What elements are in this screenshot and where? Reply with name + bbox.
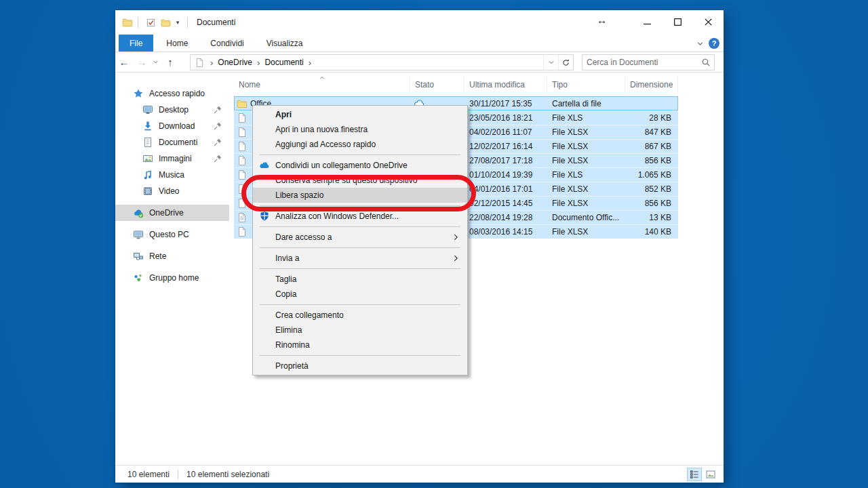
context-menu-item[interactable]: Apri in una nuova finestra [253, 122, 467, 137]
sidebar-item[interactable]: Desktop [115, 102, 229, 118]
maximize-button[interactable] [663, 10, 693, 33]
context-menu-item[interactable]: Conserva sempre su questo dispositivo [253, 173, 467, 188]
menu-separator [260, 355, 460, 356]
sidebar-item[interactable]: Musica [115, 167, 229, 183]
file-modified-date: 08/03/2016 14:15 [465, 225, 547, 239]
sidebar-item-icon [142, 186, 153, 197]
details-view-button[interactable] [687, 468, 702, 481]
chevron-down-icon [152, 58, 159, 66]
column-headers: Nome Stato Ultima modifica Tipo Dimensio… [234, 77, 724, 93]
column-header[interactable]: Ultima modifica [465, 77, 547, 93]
context-menu-item[interactable]: Libera spazio [253, 188, 467, 203]
file-modified-date: 27/08/2017 17:18 [465, 154, 547, 167]
context-menu-item[interactable]: Analizza con Windows Defender... [253, 209, 467, 224]
properties-check-icon [146, 18, 156, 28]
ribbon-tab[interactable]: Home [157, 35, 197, 52]
up-button[interactable]: ↑ [161, 57, 179, 67]
column-header[interactable]: Tipo [547, 77, 625, 93]
sidebar-item-icon [133, 88, 144, 99]
context-menu-item-label: Apri [275, 110, 292, 119]
file-type: File XLS [547, 111, 625, 125]
sidebar-item[interactable]: Download [115, 118, 229, 134]
help-button[interactable]: ? [709, 38, 719, 49]
back-button[interactable]: ← [115, 57, 133, 67]
divider [187, 17, 188, 28]
thumbnails-view-icon [705, 469, 716, 480]
sidebar-item-icon [133, 251, 144, 262]
submenu-arrow-icon [451, 253, 460, 263]
file-type-icon [237, 98, 248, 109]
forward-button[interactable]: → [133, 57, 151, 67]
file-type: Documento Offic... [547, 211, 625, 224]
context-menu-item[interactable]: Aggiungi ad Accesso rapido [253, 137, 467, 152]
navigation-pane: Accesso rapido Desktop Download Document… [115, 73, 229, 465]
sidebar-item[interactable]: OneDrive [115, 205, 229, 221]
file-type: File XLSX [547, 154, 625, 167]
context-menu-item[interactable]: Condividi un collegamento OneDrive [253, 158, 467, 173]
context-menu-item[interactable]: Taglia [253, 272, 467, 287]
menu-separator [260, 226, 460, 227]
context-menu-item-label: Analizza con Windows Defender... [275, 211, 399, 221]
sidebar-item[interactable]: Questo PC [115, 226, 229, 243]
close-icon [705, 18, 712, 26]
file-modified-date: 01/10/2014 19:39 [465, 168, 547, 182]
context-menu: Apri Apri in una nuova finestra Aggiungi… [252, 105, 468, 375]
sidebar-item-label: Rete [149, 251, 166, 261]
context-menu-item[interactable]: Invia a [253, 251, 467, 266]
ribbon-tab-label: Visualizza [267, 39, 303, 48]
qat-properties-button[interactable] [143, 15, 158, 30]
expand-ribbon-icon[interactable] [696, 39, 705, 48]
search-input[interactable] [583, 58, 701, 67]
breadcrumb-chevron: › [255, 58, 262, 68]
ribbon-tab[interactable]: Condividi [201, 35, 253, 52]
sidebar-item[interactable]: Video [115, 183, 229, 199]
context-menu-item[interactable]: Rinomina [253, 338, 467, 352]
sidebar-item[interactable]: Documenti [115, 134, 229, 150]
new-folder-icon [161, 18, 171, 28]
column-header[interactable]: Dimensione [625, 77, 678, 93]
column-header[interactable]: Stato [410, 77, 465, 93]
file-type-icon [237, 155, 248, 166]
sidebar-item[interactable]: Accesso rapido [115, 85, 229, 102]
title-bar[interactable]: ▾ Documenti ↔ [115, 10, 724, 35]
details-view-icon [689, 469, 700, 480]
sidebar-item[interactable]: Rete [115, 248, 229, 264]
context-menu-item[interactable]: Elimina [253, 323, 467, 338]
breadcrumb-documenti[interactable]: Documenti [262, 58, 306, 67]
thumbnails-view-button[interactable] [703, 468, 718, 481]
qat-customize-button[interactable]: ▾ [173, 19, 182, 26]
maximize-icon [674, 18, 682, 26]
context-menu-item[interactable]: Crea collegamento [253, 308, 467, 323]
qat-new-folder-button[interactable] [158, 15, 173, 30]
breadcrumb-onedrive[interactable]: OneDrive [215, 58, 255, 67]
history-dropdown-button[interactable] [151, 58, 160, 66]
status-bar: 10 elementi 10 elementi selezionati [115, 465, 724, 483]
item-count: 10 elementi [127, 470, 170, 479]
file-size: 28 KB [625, 111, 678, 125]
context-menu-item[interactable]: Proprietà [253, 359, 467, 373]
context-menu-item[interactable]: Apri [253, 107, 467, 122]
close-button[interactable] [693, 10, 724, 33]
search-box[interactable] [582, 54, 715, 70]
chevron-down-icon [547, 58, 555, 66]
context-menu-item-label: Aggiungi ad Accesso rapido [275, 140, 376, 149]
ribbon-tab[interactable]: File [119, 35, 153, 52]
divider [138, 17, 138, 28]
address-bar[interactable]: › OneDrive › Documenti › [190, 54, 574, 70]
file-type: File XLSX [547, 140, 625, 153]
context-menu-item[interactable]: Copia [253, 287, 467, 302]
minimize-button[interactable] [632, 10, 663, 33]
refresh-button[interactable] [558, 55, 573, 70]
column-header-label: Dimensione [630, 80, 673, 89]
context-menu-item[interactable]: Dare accesso a [253, 230, 467, 245]
column-header[interactable]: Nome [234, 77, 410, 93]
sidebar-item-label: Desktop [159, 105, 189, 115]
ribbon-tab[interactable]: Visualizza [257, 35, 313, 52]
context-menu-item-label: Condividi un collegamento OneDrive [275, 161, 408, 170]
sidebar-item[interactable]: Immagini [115, 150, 229, 167]
search-icon[interactable] [701, 58, 711, 67]
file-size [625, 96, 678, 110]
address-dropdown-button[interactable] [543, 55, 558, 70]
column-header-label: Ultima modifica [469, 80, 525, 89]
sidebar-item[interactable]: Gruppo home [115, 270, 229, 286]
